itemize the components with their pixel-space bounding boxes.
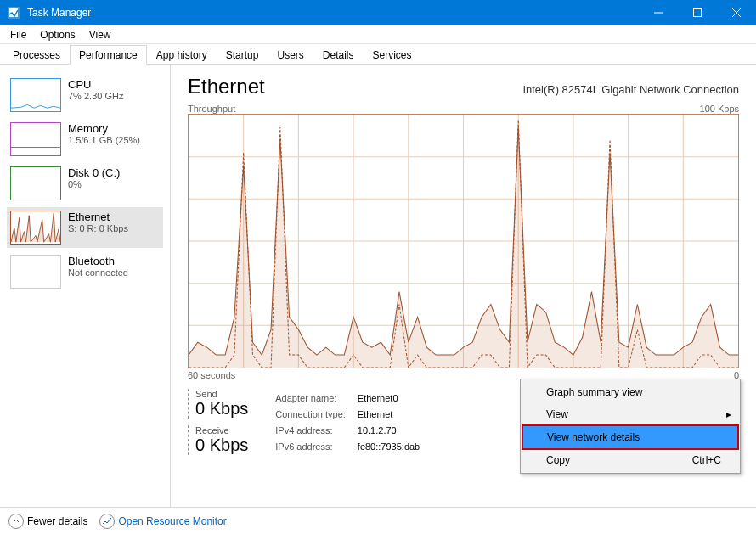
tab-performance[interactable]: Performance bbox=[70, 45, 147, 65]
menu-bar: File Options View bbox=[0, 25, 756, 44]
sidebar-label: Ethernet bbox=[68, 211, 128, 223]
svg-rect-3 bbox=[694, 9, 702, 17]
sidebar-item-ethernet[interactable]: EthernetS: 0 R: 0 Kbps bbox=[7, 207, 163, 248]
resource-monitor-icon bbox=[99, 514, 115, 529]
window-title: Task Manager bbox=[27, 7, 639, 19]
sidebar-item-memory[interactable]: Memory1.5/6.1 GB (25%) bbox=[7, 119, 163, 160]
sidebar-sub: S: 0 R: 0 Kbps bbox=[68, 223, 128, 233]
detail-pane: Ethernet Intel(R) 82574L Gigabit Network… bbox=[170, 65, 756, 507]
menu-options[interactable]: Options bbox=[33, 27, 82, 42]
chevron-up-icon bbox=[8, 514, 24, 529]
maximize-button[interactable] bbox=[678, 0, 717, 25]
detail-title: Ethernet bbox=[188, 75, 265, 98]
sidebar-item-bluetooth[interactable]: BluetoothNot connected bbox=[7, 251, 163, 292]
tab-app-history[interactable]: App history bbox=[147, 45, 217, 65]
sidebar-sub: 1.5/6.1 GB (25%) bbox=[68, 135, 140, 145]
ctx-copy[interactable]: CopyCtrl+C bbox=[522, 449, 738, 471]
sidebar-sub: Not connected bbox=[68, 267, 128, 278]
menu-view[interactable]: View bbox=[82, 27, 118, 42]
recv-value: 0 Kbps bbox=[195, 436, 248, 455]
chevron-right-icon: ▸ bbox=[726, 408, 731, 420]
perf-sidebar: CPU7% 2.30 GHz Memory1.5/6.1 GB (25%) Di… bbox=[0, 65, 170, 507]
send-value: 0 Kbps bbox=[195, 399, 248, 419]
tab-users[interactable]: Users bbox=[268, 45, 313, 65]
open-resource-monitor-link[interactable]: Open Resource Monitor bbox=[99, 514, 226, 529]
xaxis-left: 60 seconds bbox=[188, 370, 235, 380]
tab-startup[interactable]: Startup bbox=[217, 45, 268, 65]
send-label: Send bbox=[195, 389, 248, 399]
status-bar: Fewer details Open Resource Monitor bbox=[0, 507, 756, 534]
menu-file[interactable]: File bbox=[3, 27, 33, 42]
sidebar-sub: 7% 2.30 GHz bbox=[68, 91, 123, 101]
ctx-view[interactable]: View▸ bbox=[522, 403, 738, 425]
sidebar-sub: 0% bbox=[68, 179, 120, 189]
sidebar-label: Bluetooth bbox=[68, 255, 128, 267]
ctx-view-network-details[interactable]: View network details bbox=[522, 424, 739, 450]
ctx-graph-summary[interactable]: Graph summary view bbox=[522, 381, 738, 403]
ctx-shortcut: Ctrl+C bbox=[692, 454, 721, 466]
tab-strip: Processes Performance App history Startu… bbox=[0, 44, 756, 65]
sidebar-label: CPU bbox=[68, 78, 123, 91]
recv-label: Receive bbox=[195, 425, 248, 436]
chart-label-tl: Throughput bbox=[188, 104, 235, 114]
minimize-button[interactable] bbox=[639, 0, 678, 25]
title-bar: Task Manager bbox=[0, 0, 756, 25]
throughput-chart[interactable] bbox=[188, 114, 739, 368]
app-icon bbox=[7, 6, 20, 20]
tab-details[interactable]: Details bbox=[313, 45, 364, 65]
chart-label-tr: 100 Kbps bbox=[700, 104, 739, 114]
close-button[interactable] bbox=[717, 0, 756, 25]
sidebar-item-disk[interactable]: Disk 0 (C:)0% bbox=[7, 163, 163, 204]
context-menu: Graph summary view View▸ View network de… bbox=[520, 379, 741, 474]
tab-services[interactable]: Services bbox=[364, 45, 421, 65]
sidebar-item-cpu[interactable]: CPU7% 2.30 GHz bbox=[7, 75, 163, 115]
tab-processes[interactable]: Processes bbox=[3, 45, 70, 65]
fewer-details-button[interactable]: Fewer details bbox=[8, 514, 87, 529]
detail-hardware: Intel(R) 82574L Gigabit Network Connecti… bbox=[522, 83, 739, 96]
network-props: Adapter name:Ethernet0 Connection type:E… bbox=[274, 389, 432, 455]
sidebar-label: Disk 0 (C:) bbox=[68, 166, 120, 179]
sidebar-label: Memory bbox=[68, 122, 140, 135]
